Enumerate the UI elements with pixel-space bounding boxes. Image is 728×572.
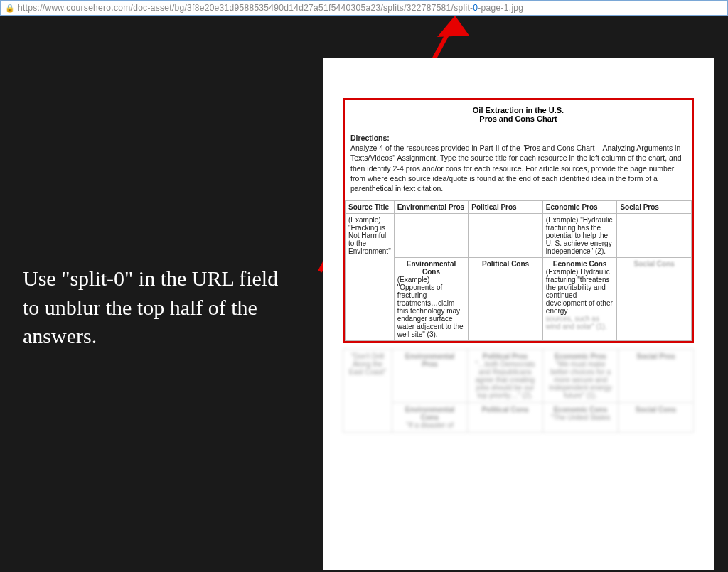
header-econ-pros: Economic Pros: [542, 201, 617, 214]
highlighted-region: Oil Extraction in the U.S. Pros and Cons…: [343, 98, 694, 343]
instruction-overlay: Use "split-0" in the URL field to unblur…: [23, 264, 293, 351]
directions-text: Analyze 4 of the resources provided in P…: [350, 144, 682, 193]
url-address-bar[interactable]: 🔒 https://www.coursehero.com/doc-asset/b…: [0, 0, 728, 16]
svg-marker-1: [437, 16, 469, 37]
source-title-header: Source Title: [346, 201, 395, 214]
lock-icon: 🔒: [5, 4, 15, 13]
document-page: Oil Extraction in the U.S. Pros and Cons…: [323, 58, 714, 570]
blurred-content: "Don't Drill Along the East Coast" Envir…: [343, 349, 694, 433]
directions-label: Directions:: [350, 134, 390, 142]
header-soc-pros: Social Pros: [617, 201, 692, 214]
cell-econ-pros: (Example) "Hydraulic fracturing has the …: [542, 214, 617, 258]
header-env-pros: Environmental Pros: [394, 201, 469, 214]
cell-econ-cons: Economic Cons (Example) Hydraulic fractu…: [542, 258, 617, 341]
cell-pol-pros: [469, 214, 543, 258]
blur-source: "Don't Drill Along the East Coast": [343, 350, 392, 433]
doc-title: Oil Extraction in the U.S.: [345, 100, 692, 114]
url-text: https://www.coursehero.com/doc-asset/bg/…: [18, 3, 723, 13]
cell-pol-cons: Political Cons: [469, 258, 543, 341]
pros-cons-table: Source Title Environmental Pros Politica…: [345, 200, 692, 341]
content-area: Use "split-0" in the URL field to unblur…: [0, 16, 728, 572]
cell-soc-pros: [617, 214, 692, 258]
cell-env-pros: [394, 214, 469, 258]
header-pol-pros: Political Pros: [469, 201, 543, 214]
directions-block: Directions: Analyze 4 of the resources p…: [345, 130, 692, 200]
example-source-cell: (Example) "Fracking is Not Harmful to th…: [346, 214, 395, 341]
cell-env-cons: Environmental Cons (Example) "Opponents …: [394, 258, 469, 341]
cell-soc-cons: Social Cons: [617, 258, 692, 341]
doc-subtitle: Pros and Cons Chart: [345, 114, 692, 130]
